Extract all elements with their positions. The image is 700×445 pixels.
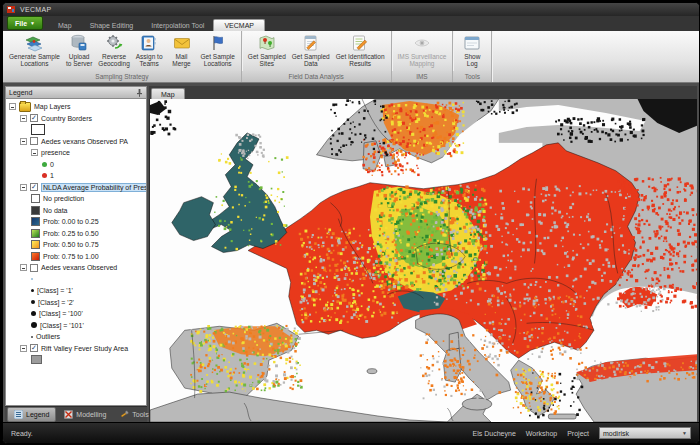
- ribbon-button-label: Reverse Geocoding: [98, 53, 129, 67]
- legend-tree-item[interactable]: No prediction: [6, 193, 146, 205]
- reverse-geocoding-button[interactable]: Reverse Geocoding: [95, 33, 132, 68]
- get-sampled-data-button[interactable]: Get Sampled Data: [289, 33, 333, 68]
- legend-tree-item[interactable]: Prob: 0.25 to 0.50: [6, 228, 146, 240]
- tree-item-label: Prob: 0.25 to 0.50: [43, 230, 99, 237]
- layer-checkbox[interactable]: ✓: [30, 344, 38, 352]
- chevron-down-icon: ▼: [30, 21, 35, 26]
- tree-item-label: Prob: 0.50 to 0.75: [43, 241, 99, 248]
- dot-3-symbol: [31, 311, 36, 316]
- tree-expander-icon[interactable]: [20, 184, 27, 191]
- layer-checkbox[interactable]: [30, 264, 38, 272]
- ribbon-button-label: Get Sampled Sites: [248, 53, 286, 67]
- ribbon-tab-file[interactable]: File▼: [7, 16, 43, 30]
- legend-tree-item[interactable]: Outliers: [6, 331, 146, 343]
- folder-icon: [19, 102, 31, 112]
- layer-checkbox[interactable]: ✓: [30, 114, 38, 122]
- ribbon-button-label: IMS Surveillance Mapping: [398, 53, 447, 67]
- upload-to-server-button[interactable]: Upload to Server: [63, 33, 95, 68]
- legend-tree-item[interactable]: [6, 124, 146, 136]
- ims-surveillance-mapping-button: IMS Surveillance Mapping: [395, 33, 450, 68]
- legend-tree-item[interactable]: Map Layers: [6, 101, 146, 113]
- mail-merge-button[interactable]: Mail Merge: [166, 33, 198, 68]
- tree-item-label: Country Borders: [41, 115, 92, 122]
- legend-tree-item[interactable]: [Class] = '101': [6, 320, 146, 332]
- get-sampled-sites-button[interactable]: Get Sampled Sites: [245, 33, 289, 68]
- chevron-down-icon: ▼: [682, 430, 687, 436]
- dot-1-symbol: [31, 289, 34, 292]
- legend-tree-item[interactable]: ✓NLDA Average Probability of Presence: [6, 182, 146, 194]
- europe-probability-map[interactable]: [150, 99, 697, 422]
- tree-expander-icon[interactable]: [20, 345, 27, 352]
- ribbon-tab-interpolation-tool[interactable]: Interpolation Tool: [142, 20, 213, 31]
- swatch-green-swatch: [31, 229, 40, 238]
- legend-tree-item[interactable]: 1: [6, 170, 146, 182]
- dock-tab-label: Modelling: [76, 411, 106, 418]
- legend-tree-item[interactable]: ✓Rift Valley Fever Study Area: [6, 343, 146, 355]
- layer-checkbox[interactable]: [30, 137, 38, 145]
- ribbon-tab-shape-editing[interactable]: Shape Editing: [81, 20, 143, 31]
- envelope-icon: [173, 34, 191, 52]
- project-dropdown[interactable]: modirisk ▼: [599, 427, 691, 439]
- legend-tree-item[interactable]: [6, 274, 146, 286]
- eye-icon: [413, 34, 431, 52]
- ribbon-group-tools: Show LogTools: [453, 31, 492, 82]
- tree-item-label: Outliers: [36, 333, 60, 340]
- generate-sample-locations-button[interactable]: Generate Sample Locations: [6, 33, 63, 68]
- tree-expander-icon[interactable]: [20, 138, 27, 145]
- swatch-nodata-swatch: [31, 206, 40, 215]
- status-project-label: Project: [567, 430, 589, 437]
- app-icon: [7, 5, 16, 14]
- map-canvas[interactable]: [149, 99, 697, 422]
- title-bar: VECMAP: [3, 3, 699, 16]
- legend-tree-item[interactable]: [Class] = '2': [6, 297, 146, 309]
- swatch-gray-swatch: [31, 355, 42, 364]
- legend-tree-item[interactable]: Prob: 0.75 to 1.00: [6, 251, 146, 263]
- legend-tree-item[interactable]: 0: [6, 159, 146, 171]
- legend-panel-title: Legend: [9, 89, 32, 96]
- ribbon-button-label: Get Sampled Data: [292, 53, 330, 67]
- rect-outline-swatch: [31, 124, 45, 135]
- ribbon-button-label: Assign to Teams: [136, 53, 163, 67]
- legend-tree-item[interactable]: Aedes vexans Observed PA: [6, 136, 146, 148]
- swatch-yellow-swatch: [31, 240, 40, 249]
- tree-item-label: No prediction: [43, 195, 84, 202]
- flag-icon: [209, 34, 227, 52]
- tree-expander-icon[interactable]: [9, 103, 16, 110]
- legend-tree-item[interactable]: Prob: 0.50 to 0.75: [6, 239, 146, 251]
- ribbon-tab-map[interactable]: Map: [49, 20, 81, 31]
- legend-tree-item[interactable]: [Class] = '100': [6, 308, 146, 320]
- tree-expander-icon[interactable]: [31, 149, 38, 156]
- ribbon-group-label: Sampling Strategy: [3, 71, 241, 82]
- legend-tree-item[interactable]: ✓Country Borders: [6, 113, 146, 125]
- status-workshop[interactable]: Workshop: [526, 430, 557, 437]
- tree-expander-icon[interactable]: [20, 264, 27, 271]
- dock-tab-legend[interactable]: Legend: [7, 407, 56, 422]
- legend-icon: [14, 410, 23, 419]
- assign-to-teams-button[interactable]: Assign to Teams: [133, 33, 166, 68]
- get-identification-results-button[interactable]: Get Identification Results: [333, 33, 388, 68]
- ribbon-tab-vecmap[interactable]: VECMAP: [213, 19, 265, 31]
- tree-item-label: Map Layers: [34, 103, 71, 110]
- ribbon-button-label: Show Log: [464, 53, 480, 67]
- legend-tree-item[interactable]: Aedes vexans Observed: [6, 262, 146, 274]
- show-log-button[interactable]: Show Log: [456, 33, 488, 68]
- legend-tree-item[interactable]: [Class] = '1': [6, 285, 146, 297]
- legend-tree-item[interactable]: Prob: 0.00 to 0.25: [6, 216, 146, 228]
- dock-tab-modelling[interactable]: Modelling: [58, 408, 112, 421]
- swatch-blue-swatch: [31, 217, 40, 226]
- tree-expander-icon[interactable]: [20, 115, 27, 122]
- legend-tree-item[interactable]: No data: [6, 205, 146, 217]
- tree-item-label: 0: [50, 161, 54, 168]
- map-tab[interactable]: Map: [151, 88, 185, 99]
- get-sample-locations-button[interactable]: Get Sample Locations: [198, 33, 238, 68]
- pin-icon[interactable]: [136, 89, 143, 97]
- map-panel: Map: [149, 86, 697, 422]
- dock-tab-label: Legend: [26, 411, 49, 418]
- tree-item-label: Aedes vexans Observed: [41, 264, 117, 271]
- layer-checkbox[interactable]: ✓: [30, 183, 38, 191]
- tools-icon: [120, 410, 129, 419]
- legend-tree-item[interactable]: [6, 354, 146, 366]
- legend-tree-item[interactable]: presence: [6, 147, 146, 159]
- contact-card-icon: [140, 34, 158, 52]
- tree-item-label: [Class] = '2': [38, 299, 74, 306]
